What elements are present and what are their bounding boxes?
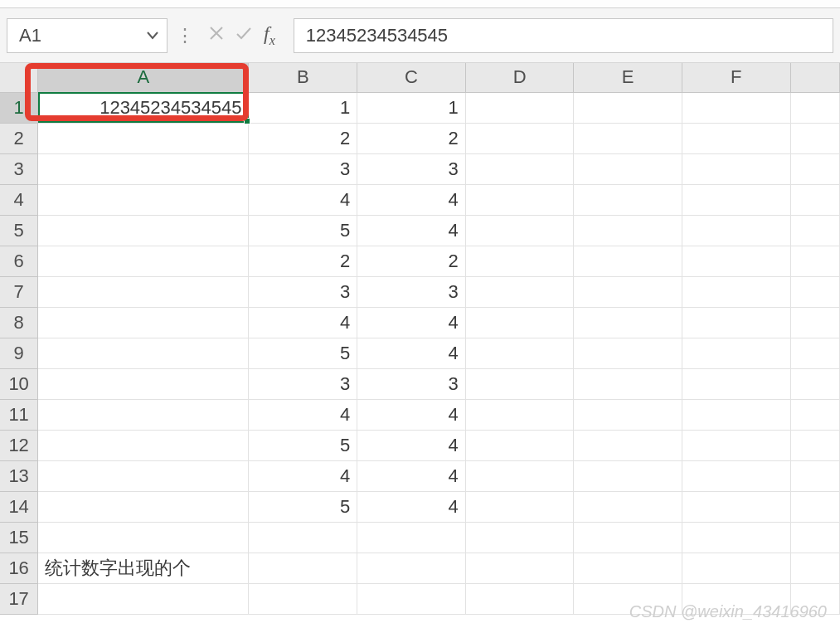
cell-G9[interactable]	[790, 338, 840, 368]
cell-A11[interactable]	[38, 399, 249, 430]
cell-A5[interactable]	[38, 215, 249, 246]
cell-E2[interactable]	[574, 123, 682, 153]
spreadsheet-grid[interactable]: ABCDEF1123452345345451122233344455462273…	[0, 63, 840, 615]
cell-D1[interactable]	[465, 92, 574, 123]
cell-D10[interactable]	[465, 368, 574, 399]
cell-C5[interactable]: 4	[357, 215, 466, 246]
cell-D13[interactable]	[465, 460, 574, 491]
cell-C16[interactable]	[357, 553, 466, 583]
cell-C10[interactable]: 3	[357, 368, 466, 399]
cell-G5[interactable]	[790, 215, 840, 246]
cell-B10[interactable]: 3	[249, 368, 357, 399]
cell-B11[interactable]: 4	[249, 399, 357, 430]
cell-A13[interactable]	[38, 460, 249, 491]
cell-F17[interactable]	[682, 583, 790, 614]
cell-D15[interactable]	[465, 522, 574, 553]
cell-B16[interactable]	[249, 553, 357, 583]
cell-A4[interactable]	[38, 184, 249, 215]
cell-B14[interactable]: 5	[249, 491, 357, 522]
cell-G11[interactable]	[790, 399, 840, 430]
cell-D7[interactable]	[465, 276, 574, 307]
fx-icon[interactable]: fx	[264, 22, 275, 48]
cell-E8[interactable]	[574, 307, 682, 338]
cell-F5[interactable]	[682, 215, 790, 246]
row-header-14[interactable]: 14	[0, 491, 38, 522]
cell-A3[interactable]	[38, 153, 249, 184]
cell-C4[interactable]: 4	[357, 184, 466, 215]
row-header-15[interactable]: 15	[0, 522, 38, 553]
cell-D5[interactable]	[465, 215, 574, 246]
cell-E4[interactable]	[574, 184, 682, 215]
cell-F15[interactable]	[682, 522, 790, 553]
cell-F13[interactable]	[682, 460, 790, 491]
chevron-down-icon[interactable]	[147, 28, 158, 43]
cell-F11[interactable]	[682, 399, 790, 430]
cell-G4[interactable]	[790, 184, 840, 215]
cell-G1[interactable]	[790, 92, 840, 123]
row-header-11[interactable]: 11	[0, 399, 38, 430]
cell-E12[interactable]	[574, 430, 682, 460]
cell-C15[interactable]	[357, 522, 466, 553]
cell-F8[interactable]	[682, 307, 790, 338]
cell-G15[interactable]	[790, 522, 840, 553]
row-header-10[interactable]: 10	[0, 368, 38, 399]
cell-A8[interactable]	[38, 307, 249, 338]
column-header-C[interactable]: C	[357, 63, 466, 92]
select-all-corner[interactable]	[0, 63, 38, 92]
enter-icon[interactable]	[235, 24, 252, 46]
cell-B6[interactable]: 2	[249, 246, 357, 276]
cell-G8[interactable]	[790, 307, 840, 338]
cell-E11[interactable]	[574, 399, 682, 430]
cell-B9[interactable]: 5	[249, 338, 357, 368]
cell-F14[interactable]	[682, 491, 790, 522]
cell-B4[interactable]: 4	[249, 184, 357, 215]
cell-D9[interactable]	[465, 338, 574, 368]
row-header-16[interactable]: 16	[0, 553, 38, 583]
column-header-B[interactable]: B	[249, 63, 357, 92]
cell-A9[interactable]	[38, 338, 249, 368]
cell-D16[interactable]	[465, 553, 574, 583]
cell-F10[interactable]	[682, 368, 790, 399]
row-header-8[interactable]: 8	[0, 307, 38, 338]
cell-C14[interactable]: 4	[357, 491, 466, 522]
cell-F9[interactable]	[682, 338, 790, 368]
cell-F3[interactable]	[682, 153, 790, 184]
cell-A10[interactable]	[38, 368, 249, 399]
row-header-4[interactable]: 4	[0, 184, 38, 215]
cell-A15[interactable]	[38, 522, 249, 553]
cell-A7[interactable]	[38, 276, 249, 307]
row-header-7[interactable]: 7	[0, 276, 38, 307]
cell-A1[interactable]: 12345234534545	[38, 92, 249, 123]
row-header-17[interactable]: 17	[0, 583, 38, 614]
cell-D8[interactable]	[465, 307, 574, 338]
cell-B3[interactable]: 3	[249, 153, 357, 184]
cell-C11[interactable]: 4	[357, 399, 466, 430]
cell-C3[interactable]: 3	[357, 153, 466, 184]
row-header-2[interactable]: 2	[0, 123, 38, 153]
cell-G10[interactable]	[790, 368, 840, 399]
cell-G17[interactable]	[790, 583, 840, 614]
cell-F16[interactable]	[682, 553, 790, 583]
column-header-A[interactable]: A	[38, 63, 249, 92]
cell-D4[interactable]	[465, 184, 574, 215]
cell-G6[interactable]	[790, 246, 840, 276]
cell-B8[interactable]: 4	[249, 307, 357, 338]
cell-B2[interactable]: 2	[249, 123, 357, 153]
cell-C7[interactable]: 3	[357, 276, 466, 307]
cell-E14[interactable]	[574, 491, 682, 522]
cell-G7[interactable]	[790, 276, 840, 307]
cell-G13[interactable]	[790, 460, 840, 491]
cell-D3[interactable]	[465, 153, 574, 184]
cell-E15[interactable]	[574, 522, 682, 553]
cell-G2[interactable]	[790, 123, 840, 153]
row-header-13[interactable]: 13	[0, 460, 38, 491]
cell-C12[interactable]: 4	[357, 430, 466, 460]
column-header-G[interactable]	[790, 63, 840, 92]
cell-F2[interactable]	[682, 123, 790, 153]
cell-E9[interactable]	[574, 338, 682, 368]
cell-G14[interactable]	[790, 491, 840, 522]
column-header-E[interactable]: E	[574, 63, 682, 92]
cell-E3[interactable]	[574, 153, 682, 184]
cell-F12[interactable]	[682, 430, 790, 460]
cell-D6[interactable]	[465, 246, 574, 276]
